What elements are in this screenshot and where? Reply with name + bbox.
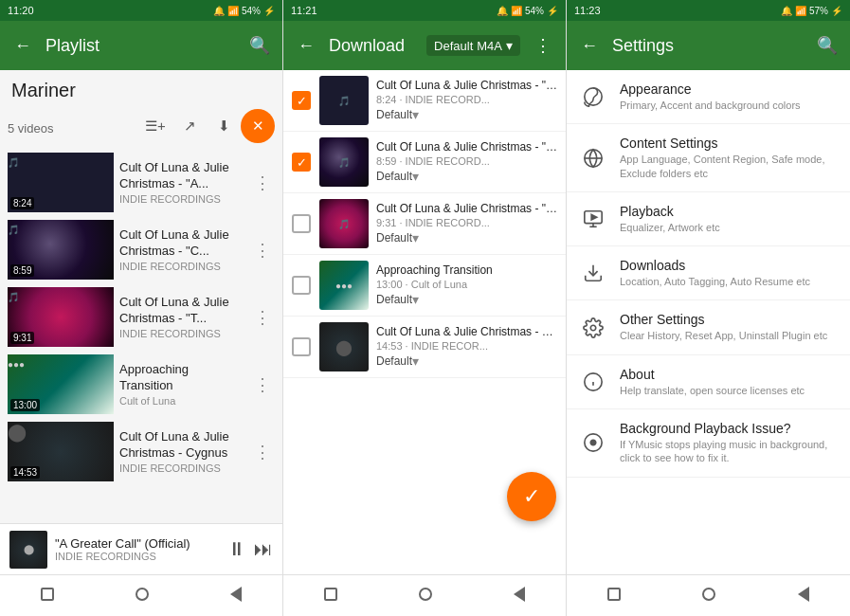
back-button-1[interactable]: ← — [8, 30, 38, 61]
download-item-4[interactable]: ●●● Approaching Transition 13:00 · Cult … — [283, 255, 566, 317]
content-settings-text: Content Settings App Language, Content R… — [620, 136, 837, 180]
list-item[interactable]: 🎵 8:24 Cult Of Luna & Julie Christmas - … — [0, 149, 282, 216]
dl-format-arrow-2[interactable]: ▾ — [412, 169, 419, 184]
video-info-3: Cult Of Luna & Julie Christmas - "T... I… — [114, 295, 250, 340]
settings-item-playback[interactable]: Playback Equalizer, Artwork etc — [567, 192, 850, 246]
list-item[interactable]: ⬤ 14:53 Cult Of Luna & Julie Christmas -… — [0, 418, 282, 485]
dl-format-arrow-1[interactable]: ▾ — [412, 107, 419, 122]
list-item[interactable]: 🎵 8:59 Cult Of Luna & Julie Christmas - … — [0, 216, 282, 283]
download-item-3[interactable]: 🎵 Cult Of Luna & Julie Christmas - "T...… — [283, 193, 566, 255]
playlist-name: Mariner — [11, 80, 271, 101]
more-options-2[interactable]: ⋮ — [250, 236, 275, 264]
status-icons-2: 🔔 📶 54% ⚡ — [497, 6, 558, 16]
dl-thumb-5: ⬤ — [319, 322, 369, 371]
list-item[interactable]: ●●● 13:00 Approaching Transition Cult of… — [0, 351, 282, 418]
video-title-2: Cult Of Luna & Julie Christmas - "C... — [119, 227, 244, 260]
nav-back-icon-1[interactable] — [230, 587, 242, 606]
nav-square-icon-2[interactable] — [324, 588, 337, 605]
checkbox-2[interactable]: ✓ — [291, 152, 312, 172]
confirm-fab[interactable]: ✓ — [507, 472, 556, 521]
download-all-button[interactable]: ⬇ — [207, 109, 241, 143]
more-options-3[interactable]: ⋮ — [250, 303, 275, 332]
video-info-4: Approaching Transition Cult of Luna — [114, 362, 250, 408]
bg-playback-text: Background Playback Issue? If YMusic sto… — [620, 421, 837, 465]
bg-playback-subtitle: If YMusic stops playing music in backgro… — [620, 438, 837, 465]
dl-format-row-2: Default ▾ — [376, 169, 558, 184]
now-playing-subtitle: INDIE RECORDINGS — [55, 551, 220, 562]
duration-badge-2: 8:59 — [10, 264, 34, 277]
status-icons-1: 🔔 📶 54% ⚡ — [213, 6, 275, 16]
about-title: About — [620, 367, 837, 382]
skip-next-button[interactable]: ⏭ — [254, 538, 273, 560]
video-info-2: Cult Of Luna & Julie Christmas - "C... I… — [114, 227, 250, 273]
dl-format-arrow-3[interactable]: ▾ — [412, 230, 419, 245]
nav-back-icon-2[interactable] — [514, 587, 525, 606]
video-subtitle-3: INDIE RECORDINGS — [119, 328, 244, 339]
pause-button[interactable]: ⏸ — [227, 538, 246, 560]
close-button[interactable]: ✕ — [241, 109, 275, 143]
back-button-3[interactable]: ← — [574, 30, 605, 61]
downloads-icon — [580, 260, 606, 286]
playback-icon — [580, 206, 606, 232]
playlist-header: Mariner — [0, 70, 282, 105]
video-thumb-2: 🎵 8:59 — [8, 220, 114, 280]
checkbox-3[interactable] — [291, 213, 312, 234]
dl-format-label-1: Default — [376, 108, 412, 121]
duration-badge-4: 13:00 — [10, 399, 40, 411]
download-item-5[interactable]: ⬤ Cult Of Luna & Julie Christmas - C... … — [283, 317, 566, 378]
checked-icon-2: ✓ — [292, 153, 311, 172]
about-text: About Help translate, open source licens… — [620, 367, 837, 397]
video-info-1: Cult Of Luna & Julie Christmas - "A... I… — [114, 160, 250, 206]
nav-circle-icon-1[interactable] — [136, 588, 149, 605]
add-to-playlist-button[interactable]: ☰+ — [138, 109, 172, 143]
unchecked-icon-4 — [292, 276, 311, 295]
search-button-3[interactable]: 🔍 — [812, 30, 842, 61]
settings-item-downloads[interactable]: Downloads Location, Auto Tagging, Auto R… — [567, 246, 850, 300]
playlist-top-bar: ← Playlist 🔍 — [0, 21, 282, 70]
svg-point-8 — [590, 325, 596, 331]
nav-circle-icon-2[interactable] — [419, 588, 432, 605]
unchecked-icon-3 — [292, 214, 311, 233]
search-button-1[interactable]: 🔍 — [244, 30, 275, 61]
nav-back-icon-3[interactable] — [798, 587, 809, 606]
nav-circle-icon-3[interactable] — [702, 588, 715, 605]
duration-badge-3: 9:31 — [10, 332, 34, 344]
nav-square-icon-1[interactable] — [41, 588, 54, 605]
dl-format-arrow-4[interactable]: ▾ — [412, 292, 419, 307]
share-button[interactable]: ↗ — [172, 109, 207, 143]
downloads-title: Downloads — [620, 258, 837, 273]
more-options-1[interactable]: ⋮ — [250, 169, 275, 197]
status-time-2: 11:21 — [291, 5, 317, 16]
back-button-2[interactable]: ← — [291, 30, 321, 61]
now-playing-bar: ⬤ "A Greater Call" (Official) INDIE RECO… — [0, 523, 282, 574]
dl-format-arrow-5[interactable]: ▾ — [412, 353, 419, 369]
appearance-title: Appearance — [620, 82, 837, 97]
more-options-4[interactable]: ⋮ — [250, 371, 275, 399]
download-top-bar: ← Download Default M4A ▾ ⋮ — [283, 21, 566, 70]
dl-format-label-2: Default — [376, 170, 412, 183]
nav-square-icon-3[interactable] — [607, 588, 621, 605]
dl-meta-5: 14:53 · INDIE RECOR... — [376, 340, 558, 352]
format-selector[interactable]: Default M4A ▾ — [426, 35, 520, 56]
download-item-1[interactable]: ✓ 🎵 Cult Of Luna & Julie Christmas - "A.… — [283, 70, 566, 132]
list-item[interactable]: 🎵 9:31 Cult Of Luna & Julie Christmas - … — [0, 283, 282, 351]
background-playback-icon — [580, 429, 606, 456]
settings-item-bg-playback[interactable]: Background Playback Issue? If YMusic sto… — [567, 409, 850, 478]
video-list: 🎵 8:24 Cult Of Luna & Julie Christmas - … — [0, 149, 282, 523]
nav-bar-3 — [567, 574, 850, 616]
settings-item-content[interactable]: Content Settings App Language, Content R… — [567, 124, 850, 192]
svg-point-0 — [585, 88, 602, 105]
svg-marker-4 — [591, 214, 597, 220]
checkbox-4[interactable] — [291, 275, 312, 296]
settings-item-other[interactable]: Other Settings Clear History, Reset App,… — [567, 300, 850, 354]
download-item-2[interactable]: ✓ 🎵 Cult Of Luna & Julie Christmas - "C.… — [283, 132, 566, 193]
settings-item-about[interactable]: About Help translate, open source licens… — [567, 355, 850, 409]
checkbox-1[interactable]: ✓ — [291, 90, 312, 111]
more-menu-button[interactable]: ⋮ — [528, 30, 558, 61]
appearance-text: Appearance Primary, Accent and backgroun… — [620, 82, 837, 112]
settings-item-appearance[interactable]: Appearance Primary, Accent and backgroun… — [567, 70, 850, 124]
more-options-5[interactable]: ⋮ — [250, 438, 275, 466]
dl-format-row-3: Default ▾ — [376, 230, 558, 245]
dl-title-5: Cult Of Luna & Julie Christmas - C... — [376, 325, 558, 338]
checkbox-5[interactable] — [291, 336, 312, 357]
